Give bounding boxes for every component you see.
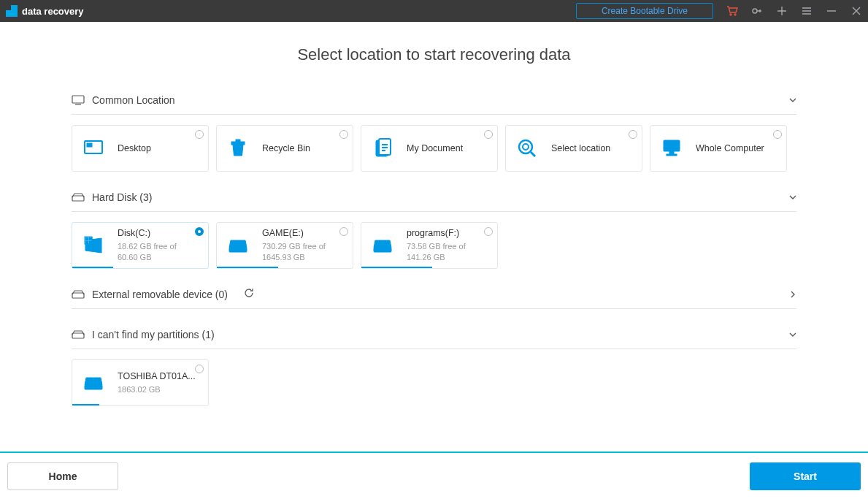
- card-sublabel: 73.58 GB free of 141.26 GB: [407, 241, 487, 263]
- section-common-location[interactable]: Common Location: [72, 89, 796, 115]
- home-button[interactable]: Home: [7, 462, 118, 490]
- card-sublabel: 18.62 GB free of 60.60 GB: [118, 241, 198, 263]
- plus-icon[interactable]: [776, 5, 788, 17]
- svg-rect-6: [231, 142, 245, 145]
- card-toshiba[interactable]: TOSHIBA DT01A... 1863.02 GB: [72, 359, 209, 406]
- desktop-icon: [82, 137, 104, 159]
- radio-icon[interactable]: [195, 227, 204, 236]
- card-label: Desktop: [118, 143, 151, 153]
- cart-icon[interactable]: [726, 5, 738, 17]
- computer-icon: [661, 137, 683, 159]
- section-title: External removable device (0): [92, 289, 228, 300]
- common-location-cards: Desktop Recycle Bin My Document Select l…: [72, 125, 796, 172]
- card-label: TOSHIBA DT01A...: [118, 371, 196, 381]
- radio-icon[interactable]: [773, 130, 782, 139]
- trash-icon: [227, 137, 249, 159]
- card-sublabel: 1863.02 GB: [118, 384, 196, 395]
- section-title: I can't find my partitions (1): [92, 329, 215, 340]
- section-external-device[interactable]: External removable device (0): [72, 283, 796, 309]
- svg-rect-15: [72, 196, 84, 201]
- drive-icon: [82, 372, 104, 394]
- card-whole-computer[interactable]: Whole Computer: [650, 125, 787, 172]
- chevron-down-icon: [789, 328, 796, 341]
- card-recycle-bin[interactable]: Recycle Bin: [216, 125, 353, 172]
- windows-drive-icon: [82, 235, 104, 256]
- card-desktop[interactable]: Desktop: [72, 125, 209, 172]
- start-button[interactable]: Start: [750, 462, 861, 490]
- svg-rect-19: [85, 241, 88, 244]
- main-content: Select location to start recovering data…: [0, 22, 868, 452]
- svg-rect-18: [89, 237, 92, 240]
- card-label: My Document: [407, 143, 463, 153]
- card-label: Disk(C:): [118, 228, 198, 238]
- titlebar-icons: [726, 5, 862, 17]
- svg-rect-12: [664, 140, 680, 151]
- card-sublabel: 730.29 GB free of 1645.93 GB: [262, 241, 342, 263]
- svg-point-11: [523, 144, 529, 150]
- card-label: GAME(E:): [262, 228, 342, 238]
- svg-rect-23: [72, 293, 84, 298]
- radio-icon[interactable]: [484, 130, 493, 139]
- svg-point-10: [519, 140, 532, 153]
- key-icon[interactable]: [751, 5, 763, 17]
- footer-bar: Home Start: [0, 452, 868, 499]
- search-icon: [516, 137, 538, 159]
- menu-icon[interactable]: [801, 5, 813, 17]
- card-label: Select location: [551, 143, 610, 153]
- card-disk-c[interactable]: Disk(C:) 18.62 GB free of 60.60 GB: [72, 222, 209, 269]
- drive-icon: [72, 192, 85, 202]
- document-icon: [372, 137, 393, 159]
- radio-icon[interactable]: [195, 365, 204, 373]
- refresh-icon[interactable]: [244, 288, 254, 301]
- card-my-document[interactable]: My Document: [361, 125, 498, 172]
- card-label: Whole Computer: [696, 143, 764, 153]
- radio-icon[interactable]: [629, 130, 637, 139]
- svg-rect-20: [89, 241, 92, 244]
- cant-find-cards: TOSHIBA DT01A... 1863.02 GB: [72, 359, 796, 406]
- svg-point-1: [734, 14, 736, 15]
- card-disk-e[interactable]: GAME(E:) 730.29 GB free of 1645.93 GB: [216, 222, 353, 269]
- svg-rect-22: [374, 248, 391, 252]
- app-logo: data recovery: [6, 5, 84, 17]
- app-logo-icon: [6, 5, 18, 17]
- drive-icon: [227, 235, 249, 256]
- svg-rect-25: [85, 385, 102, 389]
- section-title: Hard Disk (3): [92, 191, 152, 203]
- radio-icon[interactable]: [339, 227, 348, 236]
- titlebar: data recovery Create Bootable Drive: [0, 0, 868, 22]
- monitor-icon: [72, 95, 85, 105]
- minimize-icon[interactable]: [826, 5, 837, 17]
- card-label: Recycle Bin: [262, 143, 310, 153]
- drive-icon: [372, 235, 393, 256]
- svg-rect-5: [87, 143, 92, 147]
- radio-icon[interactable]: [484, 227, 493, 236]
- section-cant-find-partitions[interactable]: I can't find my partitions (1): [72, 324, 796, 349]
- hard-disk-cards: Disk(C:) 18.62 GB free of 60.60 GB GAME(…: [72, 222, 796, 269]
- radio-icon[interactable]: [339, 130, 348, 139]
- svg-rect-21: [229, 248, 247, 252]
- section-title: Common Location: [92, 94, 175, 106]
- close-icon[interactable]: [850, 5, 862, 17]
- svg-rect-14: [667, 154, 677, 156]
- svg-point-2: [753, 9, 757, 13]
- card-label: programs(F:): [407, 228, 487, 238]
- chevron-down-icon: [789, 191, 796, 204]
- card-disk-f[interactable]: programs(F:) 73.58 GB free of 141.26 GB: [361, 222, 498, 269]
- drive-icon: [72, 289, 85, 300]
- section-hard-disk[interactable]: Hard Disk (3): [72, 186, 796, 212]
- svg-rect-3: [72, 96, 84, 103]
- svg-rect-7: [236, 140, 240, 142]
- radio-icon[interactable]: [195, 130, 204, 139]
- svg-rect-24: [72, 333, 84, 338]
- svg-rect-17: [85, 237, 88, 240]
- app-name: data recovery: [22, 6, 84, 17]
- svg-rect-13: [669, 151, 674, 154]
- page-title: Select location to start recovering data: [72, 45, 796, 64]
- card-select-location[interactable]: Select location: [505, 125, 642, 172]
- chevron-right-icon: [789, 288, 796, 301]
- create-bootable-drive-button[interactable]: Create Bootable Drive: [576, 3, 713, 19]
- chevron-down-icon: [789, 94, 796, 107]
- drive-icon: [72, 330, 85, 340]
- svg-point-0: [730, 14, 731, 15]
